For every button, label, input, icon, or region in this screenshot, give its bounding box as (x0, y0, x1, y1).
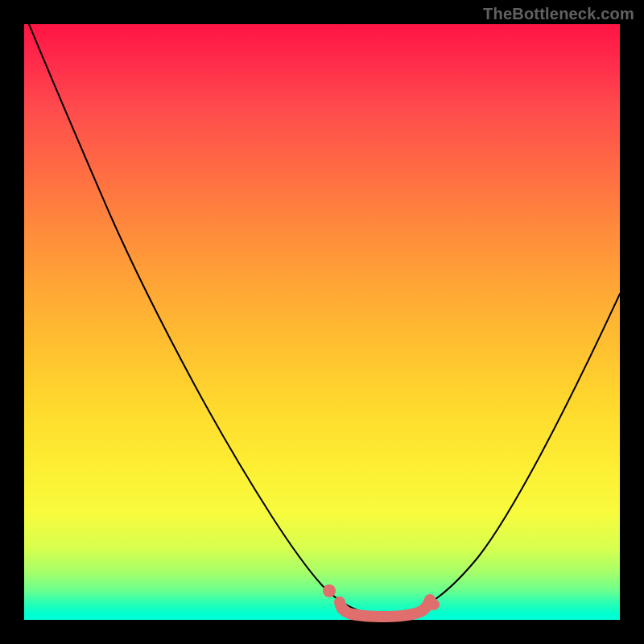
optimal-point-marker-dot (323, 584, 336, 597)
watermark-text: TheBottleneck.com (483, 5, 634, 23)
chart-overlay (24, 24, 620, 620)
bottleneck-curve (29, 24, 620, 616)
chart-frame: TheBottleneck.com (0, 0, 644, 644)
